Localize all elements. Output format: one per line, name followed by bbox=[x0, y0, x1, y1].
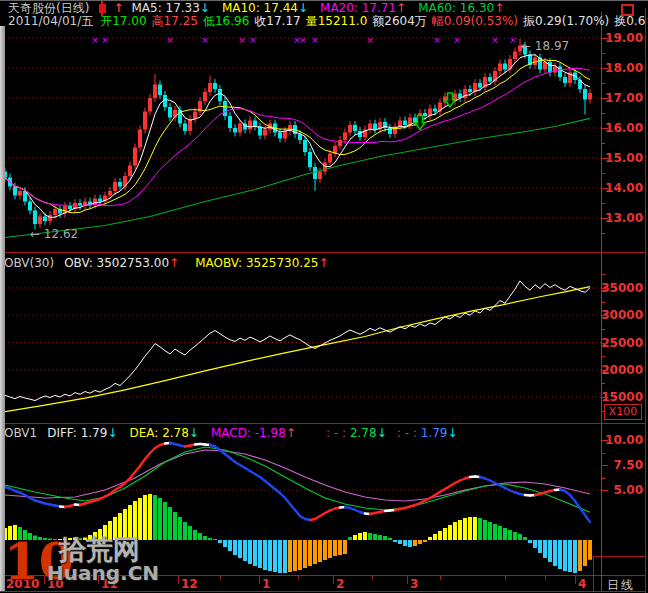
svg-text:×: × bbox=[453, 35, 461, 45]
corner-cell-hline bbox=[593, 556, 646, 557]
candle-icon bbox=[99, 4, 106, 13]
minor-tick bbox=[298, 576, 299, 580]
quote-info-row: 2011/04/01/五开17.00高17.25低16.96收17.17量152… bbox=[8, 13, 645, 30]
month-label: 10 bbox=[47, 577, 64, 591]
month-label: 4 bbox=[578, 577, 586, 591]
window-box-icon[interactable] bbox=[621, 4, 634, 16]
axis-tick bbox=[601, 233, 605, 234]
scale-badge: X100 bbox=[604, 404, 642, 420]
separator-candle-obv bbox=[0, 252, 646, 253]
svg-text:← 12.62: ← 12.62 bbox=[30, 227, 78, 241]
month-label: 3 bbox=[410, 577, 418, 591]
axis-tick bbox=[601, 68, 608, 69]
month-label: 2010 bbox=[6, 577, 39, 591]
left-scroll-strip bbox=[0, 26, 5, 591]
axis-tick bbox=[601, 173, 605, 174]
quote-values: 2011/04/01/五开17.00高17.25低16.96收17.17量152… bbox=[8, 14, 645, 28]
axis-tick bbox=[601, 465, 608, 466]
minor-tick bbox=[72, 576, 73, 580]
axis-tick bbox=[601, 113, 605, 114]
month-tick bbox=[98, 576, 99, 584]
axis-tick bbox=[601, 188, 608, 189]
svg-text:×: × bbox=[491, 35, 499, 45]
axis-tick bbox=[601, 329, 605, 330]
axis-tick bbox=[601, 383, 605, 384]
macd-header: OBV1DIFF: 1.79↓DEA: 2.78↓MACD: -1.98↑: -… bbox=[4, 426, 458, 440]
svg-text:×: × bbox=[201, 35, 209, 45]
svg-text:×: × bbox=[101, 35, 109, 45]
obv-indicator-chart[interactable] bbox=[0, 253, 601, 420]
candlestick-chart[interactable]: ××××××××××××××← 12.62← 18.97 bbox=[0, 26, 601, 252]
obv-header: OBV(30)OBV: 3502753.00↑MAOBV: 3525730.25… bbox=[4, 256, 329, 270]
svg-text:×: × bbox=[238, 35, 246, 45]
minor-tick bbox=[220, 576, 221, 580]
svg-text:×: × bbox=[299, 35, 307, 45]
month-tick bbox=[44, 576, 45, 584]
window-top-border bbox=[0, 0, 648, 1]
month-label: 11 bbox=[101, 577, 118, 591]
stock-chart-window: 天奇股份(日线)↑MA5: 17.33↓MA10: 17.44↓MA20: 17… bbox=[0, 0, 648, 593]
corner-cell-vline bbox=[593, 556, 594, 591]
svg-text:×: × bbox=[509, 35, 517, 45]
axis-tick bbox=[601, 370, 608, 371]
axis-tick bbox=[601, 218, 608, 219]
svg-text:×: × bbox=[249, 35, 257, 45]
axis-tick bbox=[601, 490, 608, 491]
right-border bbox=[645, 8, 646, 593]
svg-text:×: × bbox=[166, 35, 174, 45]
month-tick bbox=[575, 576, 576, 584]
minor-tick bbox=[545, 576, 546, 580]
axis-tick bbox=[601, 343, 608, 344]
axis-tick bbox=[601, 288, 608, 289]
axis-tick bbox=[601, 158, 608, 159]
minor-tick bbox=[140, 576, 141, 580]
month-label: 1 bbox=[262, 577, 270, 591]
month-label: 2 bbox=[336, 577, 344, 591]
axis-tick bbox=[601, 128, 608, 129]
axis-tick bbox=[601, 453, 605, 454]
minor-tick bbox=[372, 576, 373, 580]
axis-tick bbox=[601, 274, 605, 275]
axis-tick bbox=[601, 38, 608, 39]
month-tick bbox=[178, 576, 179, 584]
axis-tick bbox=[601, 440, 608, 441]
svg-text:×: × bbox=[433, 35, 441, 45]
separator-macd-axis bbox=[0, 575, 646, 576]
axis-tick bbox=[601, 315, 608, 316]
axis-tick bbox=[601, 397, 608, 398]
svg-text:← 18.97: ← 18.97 bbox=[521, 39, 569, 53]
month-label: 12 bbox=[181, 577, 198, 591]
svg-text:×: × bbox=[311, 35, 319, 45]
axis-tick bbox=[601, 53, 605, 54]
axis-tick bbox=[601, 98, 608, 99]
month-tick bbox=[407, 576, 408, 584]
svg-text:×: × bbox=[366, 35, 374, 45]
axis-tick bbox=[601, 203, 605, 204]
svg-text:×: × bbox=[91, 35, 99, 45]
period-label[interactable]: 日线 bbox=[598, 577, 644, 593]
month-tick bbox=[333, 576, 334, 584]
macd-indicator-chart[interactable] bbox=[0, 424, 601, 575]
separator-obv-macd bbox=[0, 423, 646, 424]
axis-tick bbox=[601, 83, 605, 84]
minor-tick bbox=[505, 576, 506, 580]
month-tick bbox=[259, 576, 260, 584]
axis-tick bbox=[601, 302, 605, 303]
axis-tick bbox=[601, 143, 605, 144]
bottom-border bbox=[0, 591, 646, 592]
minor-tick bbox=[440, 576, 441, 580]
axis-tick bbox=[601, 478, 605, 479]
axis-tick bbox=[601, 356, 605, 357]
